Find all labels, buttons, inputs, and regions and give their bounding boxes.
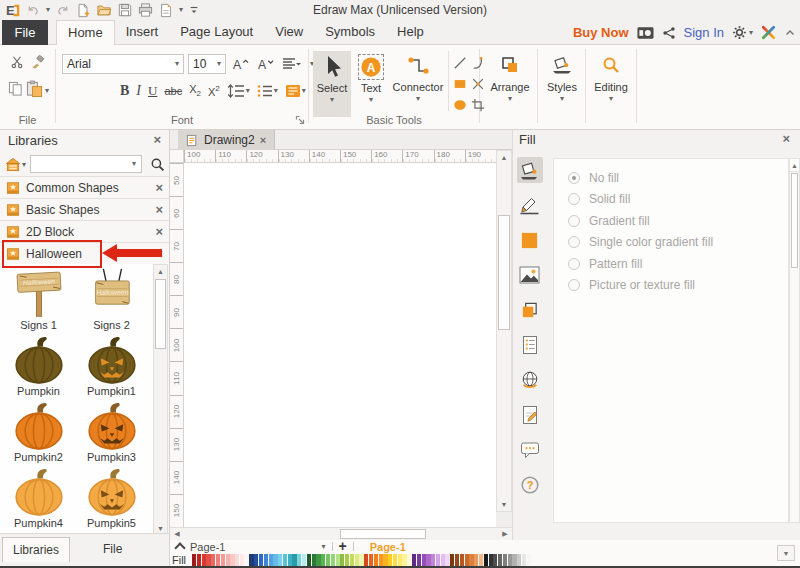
fill-option-single-color-gradient-fill[interactable]: Single color gradient fill (554, 232, 788, 254)
edraw-x-logo-icon[interactable] (761, 25, 776, 40)
shape-item-pumpkin4[interactable]: Pumpkin4 (2, 464, 75, 530)
scroll-up-icon[interactable]: ▲ (790, 159, 799, 172)
palette-swatch[interactable] (197, 554, 201, 566)
qat-dropdown-caret[interactable]: ▾ (46, 6, 50, 14)
canvas-vscroll-thumb[interactable] (498, 215, 510, 330)
export-icon[interactable] (159, 3, 173, 18)
shape-item-pumpkin[interactable]: Pumpkin (2, 332, 75, 398)
libraries-close-icon[interactable]: × (153, 133, 161, 146)
subscript-button[interactable]: X2 (189, 81, 201, 101)
screenshot-icon[interactable] (637, 26, 654, 40)
canvas-vertical-scrollbar[interactable]: ▲ ▼ (496, 150, 512, 512)
cross-tool-icon[interactable] (471, 77, 485, 91)
expand-pages-icon[interactable] (174, 542, 185, 553)
fill-option-no-fill[interactable]: No fill (554, 167, 788, 189)
palette-swatch[interactable] (307, 554, 311, 566)
library-dropdown-caret[interactable]: ▾ (22, 161, 26, 169)
palette-swatch[interactable] (512, 554, 516, 566)
scroll-right-icon[interactable]: ▶ (498, 528, 512, 540)
panel-tab-file-recovery[interactable]: File Recovery (93, 537, 169, 561)
underline-button[interactable]: U (148, 81, 157, 101)
palette-swatch[interactable] (331, 554, 335, 566)
radio-icon[interactable] (568, 236, 580, 248)
palette-swatch[interactable] (245, 554, 249, 566)
palette-swatch[interactable] (426, 554, 430, 566)
palette-swatch[interactable] (508, 554, 512, 566)
palette-swatch[interactable] (498, 554, 502, 566)
rectangle-tool-icon[interactable] (453, 77, 467, 91)
qat-dropdown-caret[interactable]: ▾ (179, 6, 183, 14)
add-page-button[interactable]: + (339, 541, 347, 552)
palette-swatch[interactable] (206, 554, 210, 566)
shape-item-pumpkin1[interactable]: Pumpkin1 (75, 332, 148, 398)
palette-swatch[interactable] (192, 554, 196, 566)
radio-icon[interactable] (568, 172, 580, 184)
bullets-caret[interactable]: ▾ (274, 87, 278, 95)
grow-font-icon[interactable]: A (232, 57, 249, 72)
menu-tab-home[interactable]: Home (56, 20, 115, 45)
palette-swatch[interactable] (345, 554, 349, 566)
side-tool-hyperlink[interactable] (517, 367, 543, 393)
palette-swatch[interactable] (221, 554, 225, 566)
styles-button[interactable]: Styles ▾ (542, 51, 582, 117)
panel-tab-libraries[interactable]: Libraries (2, 537, 70, 562)
palette-swatch[interactable] (235, 554, 239, 566)
text-tool-button[interactable]: A Text ▾ (353, 51, 389, 117)
select-tool-button[interactable]: Select ▾ (313, 51, 351, 117)
undo-icon[interactable] (26, 4, 40, 17)
copy-icon[interactable] (8, 81, 23, 96)
document-tab[interactable]: Drawing2 × (178, 130, 275, 150)
palette-swatch[interactable] (350, 554, 354, 566)
line-spacing-button[interactable]: ▾ (227, 84, 250, 98)
palette-swatch[interactable] (484, 554, 488, 566)
palette-swatch[interactable] (302, 554, 306, 566)
palette-swatch[interactable] (503, 554, 507, 566)
arc-tool-icon[interactable] (471, 56, 485, 70)
fill-option-solid-fill[interactable]: Solid fill (554, 189, 788, 211)
palette-swatch[interactable] (407, 554, 411, 566)
fill-option-picture-or-texture-fill[interactable]: Picture or texture fill (554, 275, 788, 297)
connector-tool-button[interactable]: Connector ▾ (391, 51, 445, 117)
bullets-button[interactable]: ▾ (257, 84, 278, 98)
print-icon[interactable] (138, 3, 153, 17)
palette-swatch[interactable] (278, 554, 282, 566)
shape-item-pumpkin5[interactable]: Pumpkin5 (75, 464, 148, 530)
library-bar-close-icon[interactable]: × (155, 225, 163, 238)
palette-swatch[interactable] (283, 554, 287, 566)
palette-swatch[interactable] (422, 554, 426, 566)
library-bar-close-icon[interactable]: × (155, 203, 163, 216)
palette-swatch[interactable] (527, 554, 531, 566)
fill-options-scrollbar[interactable]: ▲ (789, 158, 800, 523)
fill-options-scroll-thumb[interactable] (791, 173, 798, 268)
side-tool-comment[interactable] (517, 437, 543, 463)
palette-more-icon[interactable]: ▼ (777, 545, 795, 561)
palette-swatch[interactable] (326, 554, 330, 566)
menu-tab-insert[interactable]: Insert (115, 20, 170, 45)
radio-icon[interactable] (568, 258, 580, 270)
text-align-icon[interactable] (282, 57, 302, 71)
palette-swatch[interactable] (489, 554, 493, 566)
canvas-hscroll-thumb[interactable] (340, 529, 426, 539)
crop-tool-icon[interactable] (471, 98, 485, 112)
library-scrollbar[interactable]: ▲ ▼ (153, 264, 168, 536)
palette-swatch[interactable] (254, 554, 258, 566)
palette-swatch[interactable] (240, 554, 244, 566)
line-tool-icon[interactable] (453, 56, 467, 70)
palette-swatch[interactable] (412, 554, 416, 566)
palette-swatch[interactable] (364, 554, 368, 566)
side-tool-insert-picture[interactable] (517, 262, 543, 288)
document-tab-close-icon[interactable]: × (260, 135, 266, 146)
palette-swatch[interactable] (460, 554, 464, 566)
palette-swatch[interactable] (431, 554, 435, 566)
palette-swatch[interactable] (292, 554, 296, 566)
search-icon[interactable] (150, 157, 165, 172)
palette-swatch[interactable] (297, 554, 301, 566)
side-tool-line-style[interactable] (517, 192, 543, 218)
palette-swatch[interactable] (273, 554, 277, 566)
palette-swatch[interactable] (321, 554, 325, 566)
palette-swatch[interactable] (216, 554, 220, 566)
strikethrough-button[interactable]: abc (164, 81, 182, 101)
customize-quick-access-icon[interactable] (189, 4, 199, 16)
palette-swatch[interactable] (312, 554, 316, 566)
palette-swatch[interactable] (398, 554, 402, 566)
